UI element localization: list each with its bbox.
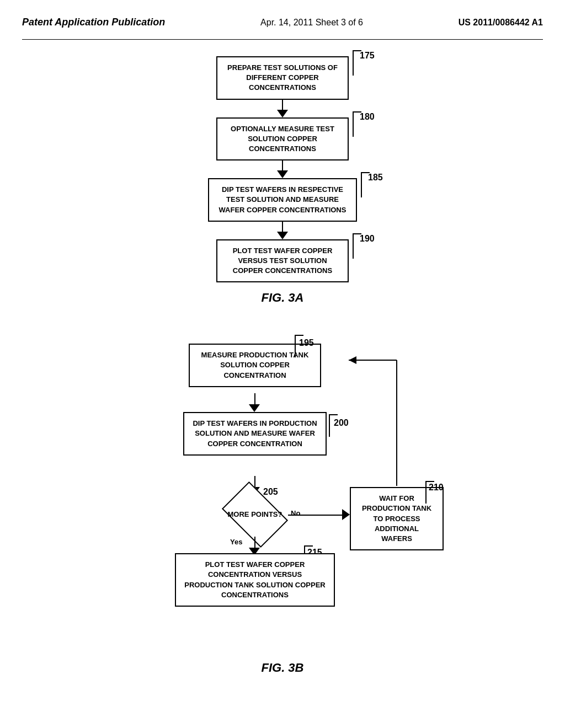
yes-label: Yes (230, 538, 242, 546)
fig3a-section: PREPARE TEST SOLUTIONS OF DIFFERENT COPP… (22, 56, 543, 316)
bracket-190 (348, 228, 375, 261)
fig3b-diagram: MEASURE PRODUCTION TANK SOLUTION COPPER … (103, 333, 462, 652)
arrow-head-2 (277, 170, 288, 178)
node-180: OPTIONALLY MEASURE TEST SOLUTION COPPER … (216, 117, 349, 161)
fig3a-label: FIG. 3A (261, 291, 303, 305)
node-200: DIP TEST WAFERS IN PORDUCTION SOLUTION A… (183, 412, 327, 456)
arrow-line-2 (282, 160, 283, 170)
arrow-line-3 (282, 222, 283, 232)
node-215-wrapper: PLOT TEST WAFER COPPER CONCENTRATION VER… (175, 553, 335, 607)
arrow-head-1 (277, 110, 288, 117)
node-185: DIP TEST WAFERS IN RESPECTIVE TEST SOLUT… (208, 178, 357, 222)
fig3b-label: FIG. 3B (261, 661, 303, 675)
header: Patent Application Publication Apr. 14, … (22, 11, 543, 40)
no-label: No (291, 509, 300, 517)
arrow-no-head (342, 509, 350, 520)
diamond-205-container: MORE POINTS? (222, 493, 288, 537)
svg-marker-2 (349, 356, 356, 364)
arrow-line-1 (282, 100, 283, 110)
node-200-wrapper: DIP TEST WAFERS IN PORDUCTION SOLUTION A… (183, 412, 327, 456)
node-215: PLOT TEST WAFER COPPER CONCENTRATION VER… (175, 553, 335, 607)
arrow-yes-line (254, 537, 255, 548)
arrow-head-3 (277, 232, 288, 239)
arrow-195-200-head (249, 404, 260, 412)
arrow-200-205-line (254, 476, 255, 487)
bracket-195-svg (292, 333, 315, 360)
page: Patent Application Publication Apr. 14, … (0, 0, 565, 728)
node-175: PREPARE TEST SOLUTIONS OF DIFFERENT COPP… (216, 56, 349, 100)
date-sheet-label: Apr. 14, 2011 Sheet 3 of 6 (260, 18, 363, 28)
publication-label: Patent Application Publication (22, 17, 165, 28)
bracket-180 (348, 106, 375, 140)
fig3b-section: MEASURE PRODUCTION TANK SOLUTION COPPER … (22, 333, 543, 686)
patent-number-label: US 2011/0086442 A1 (459, 18, 543, 28)
bracket-175 (348, 45, 375, 78)
bracket-200-svg (327, 412, 349, 440)
arrow-195-200-line (254, 393, 255, 404)
arrow-no-line (288, 515, 343, 516)
loop-arrow-svg (346, 344, 440, 493)
node-190: PLOT TEST WAFER COPPER VERSUS TEST SOLUT… (216, 239, 349, 283)
bracket-185 (356, 167, 383, 200)
diamond-205-text: MORE POINTS? (222, 493, 288, 537)
